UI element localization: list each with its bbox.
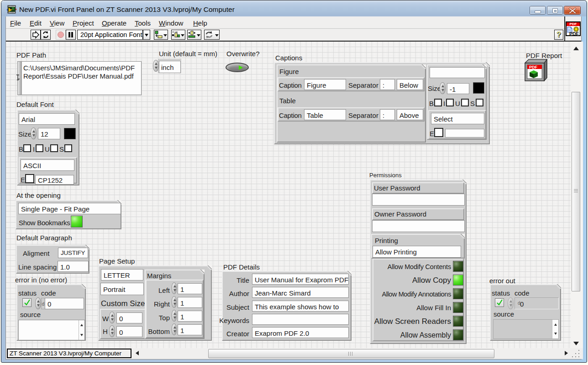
svg-text:PDF: PDF: [529, 65, 538, 69]
